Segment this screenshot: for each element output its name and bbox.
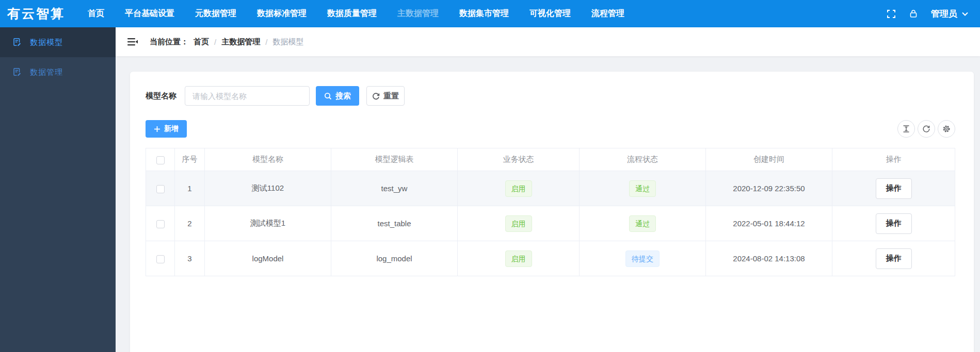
nav-item-master-data[interactable]: 主数据管理	[397, 8, 439, 19]
content-card: 模型名称 搜索 重置	[130, 72, 974, 352]
lock-icon[interactable]	[909, 9, 918, 18]
chevron-down-icon	[961, 11, 969, 16]
cell-index: 1	[175, 171, 205, 206]
topbar-right: 管理员	[887, 8, 969, 20]
biz-status-badge: 启用	[505, 215, 532, 232]
breadcrumb-item-home[interactable]: 首页	[194, 37, 209, 47]
text-height-icon	[902, 125, 910, 133]
user-menu[interactable]: 管理员	[931, 8, 969, 20]
flow-status-badge: 通过	[629, 180, 656, 197]
cell-model-name: 測試模型1	[205, 206, 331, 241]
table-density-button[interactable]	[897, 120, 915, 138]
content-area: 模型名称 搜索 重置	[116, 56, 980, 352]
reset-button[interactable]: 重置	[366, 86, 405, 106]
breadcrumb-separator: /	[265, 38, 267, 46]
add-button-label: 新增	[164, 124, 179, 133]
reset-button-label: 重置	[383, 91, 399, 101]
nav-item-data-quality[interactable]: 数据质量管理	[327, 8, 377, 19]
brand-logo: 有云智算	[7, 5, 65, 22]
biz-status-badge: 启用	[505, 250, 532, 267]
header-biz-status: 业务状态	[458, 148, 580, 171]
breadcrumb: 当前位置： 首页 / 主数据管理 / 数据模型	[150, 37, 303, 47]
header-created: 创建时间	[706, 148, 832, 171]
cell-logic-table: test_table	[331, 206, 458, 241]
sidebar: 数据模型 数据管理	[0, 27, 116, 352]
table-row: 2 測試模型1 test_table 启用 通过 2022-05-01 18:4…	[146, 206, 955, 241]
row-checkbox[interactable]	[156, 255, 165, 263]
biz-status-badge: 启用	[505, 180, 532, 197]
cell-created: 2022-05-01 18:44:12	[706, 206, 832, 241]
table-header-row: 序号 模型名称 模型逻辑表 业务状态 流程状态 创建时间 操作	[146, 148, 955, 171]
top-nav-menu: 首页 平台基础设置 元数据管理 数据标准管理 数据质量管理 主数据管理 数据集市…	[88, 8, 624, 19]
header-model-name: 模型名称	[205, 148, 331, 171]
header-index: 序号	[175, 148, 205, 171]
top-navbar: 有云智算 首页 平台基础设置 元数据管理 数据标准管理 数据质量管理 主数据管理…	[0, 0, 980, 27]
sidebar-item-data-management[interactable]: 数据管理	[0, 57, 116, 87]
refresh-icon	[922, 125, 930, 133]
row-action-button[interactable]: 操作	[876, 248, 912, 269]
nav-item-platform-settings[interactable]: 平台基础设置	[125, 8, 174, 19]
row-checkbox[interactable]	[156, 220, 165, 228]
model-name-label: 模型名称	[146, 91, 176, 101]
plus-icon	[154, 126, 160, 132]
breadcrumb-separator: /	[214, 38, 216, 46]
sidebar-item-label: 数据模型	[30, 38, 63, 47]
row-action-button[interactable]: 操作	[876, 213, 912, 234]
row-action-button[interactable]: 操作	[876, 178, 912, 199]
sidebar-item-label: 数据管理	[30, 68, 63, 77]
table-row: 3 logModel log_model 启用 待提交 2024-08-02 1…	[146, 241, 955, 276]
header-action: 操作	[832, 148, 955, 171]
breadcrumb-item-current: 数据模型	[272, 37, 303, 47]
sidebar-fold-icon[interactable]	[127, 37, 138, 46]
cell-logic-table: log_model	[331, 241, 458, 276]
cell-created: 2024-08-02 14:13:08	[706, 241, 832, 276]
search-form: 模型名称 搜索 重置	[146, 86, 955, 106]
cell-model-name: 测试1102	[205, 171, 331, 206]
refresh-icon	[372, 92, 380, 100]
document-edit-icon	[12, 68, 22, 77]
table-settings-button[interactable]	[938, 120, 955, 138]
table-tool-icons	[897, 120, 955, 138]
gear-icon	[942, 125, 951, 133]
fullscreen-icon[interactable]	[887, 9, 896, 19]
table-row: 1 测试1102 test_yw 启用 通过 2020-12-09 22:35:…	[146, 171, 955, 206]
search-button[interactable]: 搜索	[316, 86, 359, 106]
cell-logic-table: test_yw	[331, 171, 458, 206]
nav-item-data-mart[interactable]: 数据集市管理	[459, 8, 509, 19]
flow-status-badge: 待提交	[625, 250, 660, 267]
cell-index: 2	[175, 206, 205, 241]
nav-item-data-standard[interactable]: 数据标准管理	[257, 8, 307, 19]
nav-item-home[interactable]: 首页	[88, 8, 104, 19]
nav-item-metadata[interactable]: 元数据管理	[195, 8, 236, 19]
user-name: 管理员	[931, 8, 957, 20]
cell-index: 3	[175, 241, 205, 276]
cell-created: 2020-12-09 22:35:50	[706, 171, 832, 206]
select-all-checkbox[interactable]	[156, 156, 165, 164]
sidebar-item-data-model[interactable]: 数据模型	[0, 27, 116, 57]
search-button-label: 搜索	[335, 91, 351, 101]
cell-model-name: logModel	[205, 241, 331, 276]
nav-item-visualization[interactable]: 可视化管理	[529, 8, 571, 19]
table-toolbar: 新增	[146, 120, 955, 138]
header-logic-table: 模型逻辑表	[331, 148, 458, 171]
model-name-input[interactable]	[185, 86, 310, 106]
document-edit-icon	[12, 38, 22, 47]
search-icon	[324, 92, 332, 100]
breadcrumb-prefix: 当前位置：	[150, 37, 188, 47]
header-flow-status: 流程状态	[580, 148, 706, 171]
table-refresh-button[interactable]	[918, 120, 935, 138]
breadcrumb-bar: 当前位置： 首页 / 主数据管理 / 数据模型	[116, 27, 980, 56]
model-table: 序号 模型名称 模型逻辑表 业务状态 流程状态 创建时间 操作 1	[146, 148, 955, 276]
flow-status-badge: 通过	[629, 215, 656, 232]
row-checkbox[interactable]	[156, 185, 165, 193]
add-button[interactable]: 新增	[146, 120, 187, 138]
nav-item-workflow[interactable]: 流程管理	[591, 8, 624, 19]
breadcrumb-item-master-data[interactable]: 主数据管理	[221, 37, 260, 47]
